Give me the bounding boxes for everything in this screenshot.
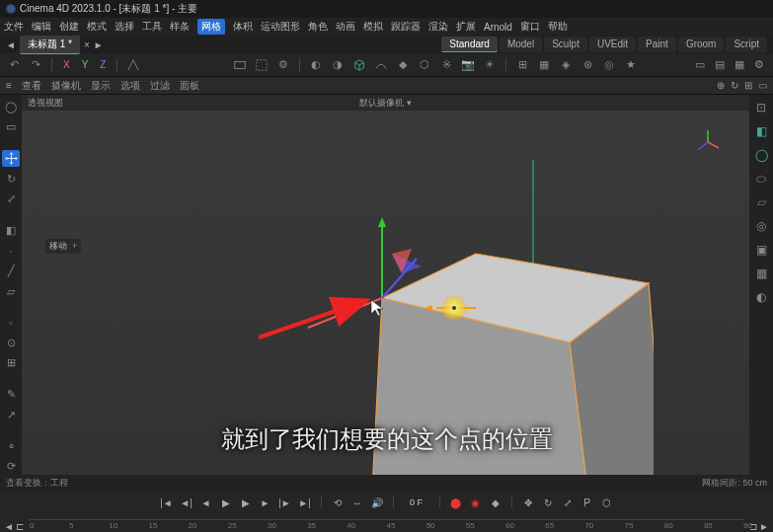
- rotate-tool[interactable]: ↻: [2, 171, 20, 188]
- axis-z[interactable]: Z: [97, 59, 109, 70]
- camera-icon[interactable]: 📷: [460, 57, 476, 73]
- layout-tab-sculpt[interactable]: Sculpt: [544, 37, 587, 52]
- volume-icon[interactable]: ▦: [536, 57, 552, 73]
- menu-0[interactable]: 文件: [4, 20, 24, 34]
- current-frame[interactable]: 0 F: [402, 497, 431, 507]
- vp-menu-display[interactable]: 显示: [91, 79, 111, 93]
- layout-tab-paint[interactable]: Paint: [638, 37, 676, 52]
- render-icon[interactable]: [232, 57, 248, 73]
- prev-frame-icon[interactable]: ◄: [198, 494, 214, 510]
- menu-13[interactable]: 跟踪器: [391, 20, 421, 34]
- timeline-right-icon[interactable]: ►: [759, 521, 769, 532]
- axis-tool[interactable]: ◦: [2, 315, 20, 332]
- key-scale-icon[interactable]: ⤢: [560, 494, 576, 510]
- layout-tab-groom[interactable]: Groom: [678, 37, 725, 52]
- timeline-shrink-icon[interactable]: ⊏: [16, 521, 24, 532]
- axis-x[interactable]: X: [60, 59, 73, 70]
- rect-select-tool[interactable]: ▭: [2, 119, 20, 136]
- prev-key-icon[interactable]: ◄|: [179, 494, 194, 510]
- texture-icon[interactable]: ▦: [752, 265, 770, 282]
- mograph-icon[interactable]: ⊞: [514, 57, 530, 73]
- axis-widget[interactable]: [694, 128, 722, 156]
- select-icon[interactable]: ▣: [752, 241, 770, 259]
- render-settings-icon[interactable]: ⚙: [275, 57, 291, 73]
- play-icon[interactable]: ▶: [238, 494, 254, 510]
- vp-menu-options[interactable]: 选项: [120, 79, 140, 93]
- live-select-tool[interactable]: ◯: [2, 99, 20, 115]
- cylinder-icon[interactable]: ⬭: [752, 170, 770, 188]
- next-key-icon[interactable]: |►: [277, 494, 293, 510]
- spline-icon[interactable]: [373, 57, 389, 73]
- render-region-icon[interactable]: [254, 57, 270, 73]
- menu-1[interactable]: 编辑: [32, 20, 51, 34]
- light-icon[interactable]: ☀: [482, 57, 498, 73]
- misc-tool-2[interactable]: ⟳: [2, 458, 20, 475]
- axis-y[interactable]: Y: [79, 59, 92, 70]
- shading-1-icon[interactable]: ◐: [308, 57, 324, 73]
- vp-menu-panel[interactable]: 面板: [180, 79, 199, 93]
- menu-15[interactable]: 扩展: [456, 20, 476, 34]
- next-doc-icon[interactable]: ►: [94, 39, 104, 50]
- document-tab[interactable]: 未标题 1 *: [20, 36, 80, 54]
- layout-tab-uvedit[interactable]: UVEdit: [589, 37, 636, 52]
- tab-close-icon[interactable]: ×: [84, 39, 90, 50]
- menu-10[interactable]: 角色: [308, 20, 328, 34]
- vp-icon-1[interactable]: ⊕: [717, 80, 725, 91]
- undo-icon[interactable]: ↶: [6, 57, 22, 73]
- prev-doc-icon[interactable]: ◄: [6, 39, 16, 50]
- point-mode[interactable]: ·: [2, 243, 20, 260]
- settings-icon[interactable]: ⚙: [751, 57, 767, 73]
- cloth-icon[interactable]: ◈: [558, 57, 574, 73]
- tag-icon[interactable]: ◎: [601, 57, 617, 73]
- menu-5[interactable]: 工具: [142, 20, 162, 34]
- key-param-icon[interactable]: P: [580, 494, 595, 510]
- layout-tab-script[interactable]: Script: [726, 37, 767, 52]
- sphere-icon[interactable]: ◯: [752, 146, 770, 164]
- generator-icon[interactable]: ◆: [395, 57, 411, 73]
- cube-icon[interactable]: ◧: [752, 122, 770, 140]
- vp-icon-4[interactable]: ▭: [758, 80, 767, 91]
- hamburger-icon[interactable]: ≡: [6, 80, 12, 91]
- pick-tool[interactable]: ↗: [2, 407, 20, 423]
- layout-1-icon[interactable]: ▭: [692, 57, 708, 73]
- model-mode[interactable]: ◧: [2, 222, 20, 239]
- record-icon[interactable]: ⬤: [448, 494, 464, 510]
- vp-menu-camera[interactable]: 摄像机: [51, 79, 81, 93]
- key-pla-icon[interactable]: ⬡: [599, 494, 615, 510]
- menu-16[interactable]: Arnold: [484, 22, 512, 33]
- menu-17[interactable]: 窗口: [520, 20, 540, 34]
- coord-icon[interactable]: [125, 57, 141, 73]
- shading-2-icon[interactable]: ◑: [330, 57, 346, 73]
- menu-9[interactable]: 运动图形: [261, 20, 300, 34]
- timeline-left-icon[interactable]: ◄: [4, 521, 14, 532]
- layout-3-icon[interactable]: ▦: [732, 57, 747, 73]
- key-icon[interactable]: ◆: [488, 494, 503, 510]
- material-icon[interactable]: ◐: [752, 288, 770, 306]
- key-pos-icon[interactable]: ✥: [520, 494, 536, 510]
- workplane-tool[interactable]: ⊞: [2, 355, 20, 372]
- play-back-icon[interactable]: ▶: [218, 494, 234, 510]
- loop-icon[interactable]: ⟲: [330, 494, 346, 510]
- dynamics-icon[interactable]: ⊛: [580, 57, 595, 73]
- menu-6[interactable]: 样条: [170, 20, 190, 34]
- layout-tab-standard[interactable]: Standard: [441, 37, 498, 52]
- menu-12[interactable]: 模拟: [363, 20, 383, 34]
- torus-icon[interactable]: ◎: [752, 217, 770, 235]
- viewport-3d[interactable]: 移动 +: [22, 111, 749, 475]
- menu-7[interactable]: 网格: [197, 19, 225, 35]
- menu-14[interactable]: 渲染: [428, 20, 448, 34]
- plane-icon[interactable]: ▱: [752, 193, 770, 211]
- asset-icon[interactable]: ★: [623, 57, 639, 73]
- range-icon[interactable]: ↔: [349, 494, 365, 510]
- timeline-ruler[interactable]: 051015202530354045505560657075808590: [30, 519, 743, 532]
- menu-18[interactable]: 帮助: [548, 20, 568, 34]
- snap-tool[interactable]: ⊙: [2, 335, 20, 351]
- brush-tool[interactable]: ✎: [2, 387, 20, 404]
- menu-4[interactable]: 选择: [115, 20, 134, 34]
- scale-tool[interactable]: ⤢: [2, 190, 20, 207]
- camera-dropdown[interactable]: 默认摄像机 ▾: [359, 97, 412, 110]
- go-start-icon[interactable]: |◄: [159, 494, 175, 510]
- layout-tab-model[interactable]: Model: [500, 37, 542, 52]
- menu-11[interactable]: 动画: [336, 20, 355, 34]
- vp-menu-filter[interactable]: 过滤: [150, 79, 170, 93]
